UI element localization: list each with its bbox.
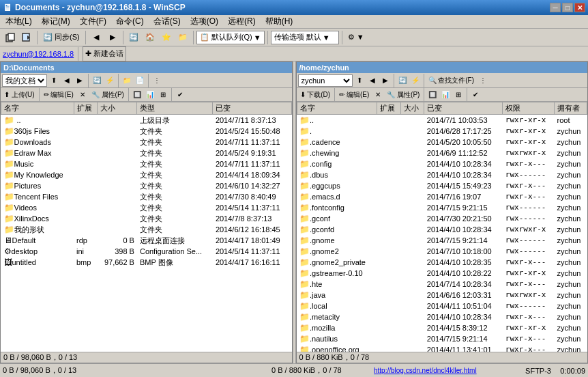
right-col-size[interactable]: 大小 [400, 102, 424, 115]
list-item[interactable]: 📁.config2014/4/10 10:28:34rwxr-x---zychu… [297, 158, 587, 169]
list-item[interactable]: 📁.gnome2014/7/15 9:21:14rwx------zychun [297, 235, 587, 246]
left-newfile-btn[interactable]: 📄 [134, 74, 146, 87]
refresh-btn[interactable]: 🔄 [126, 30, 141, 45]
right-col-perm[interactable]: 权限 [503, 102, 555, 115]
list-item[interactable]: 📁360js Files文件夹2014/5/24 15:50:48 [1, 126, 292, 137]
right-up-btn[interactable]: ⬆ [353, 74, 366, 87]
right-btn1[interactable]: 🔲 [426, 89, 439, 101]
list-item[interactable]: 📁.eggcups2014/4/15 15:49:23rwxr-x---zych… [297, 180, 587, 191]
menu-options[interactable]: 选项(O) [186, 15, 222, 28]
left-upload-btn[interactable]: ⬆ 上传(U) [2, 89, 37, 101]
nav-fwd[interactable]: ▶ [105, 30, 120, 45]
left-fwd-btn[interactable]: ▶ [74, 74, 86, 87]
right-addr-select[interactable]: zychun [298, 74, 353, 87]
list-item[interactable]: 📁.gnome22014/7/10 10:18:00rwx------zychu… [297, 246, 587, 257]
list-item[interactable]: 📁My Knowledge文件夹2014/4/14 18:09:34 [1, 169, 292, 180]
maximize-button[interactable]: □ [562, 3, 573, 12]
list-item[interactable]: 📁Edraw Max文件夹2014/5/24 9:19:31 [1, 148, 292, 158]
right-download-btn[interactable]: ⬇ 下载(D) [298, 89, 333, 101]
menu-remote[interactable]: 远程(R) [224, 15, 260, 28]
list-item[interactable]: 📁Videos文件夹2014/5/14 11:37:11 [1, 202, 292, 213]
left-props-btn[interactable]: 🔧 属性(P) [89, 89, 126, 101]
right-sync-btn[interactable]: ⚡ [409, 74, 422, 87]
menu-local[interactable]: 本地(L) [1, 15, 36, 28]
list-item[interactable]: 📁.nautilus2014/7/15 9:21:14rwxr-x---zych… [297, 333, 587, 344]
list-item[interactable]: 📁.dbus2014/4/10 10:28:34rwx------zychun [297, 169, 587, 180]
left-edit-btn[interactable]: ✏ 编辑(E) [42, 89, 76, 101]
list-item[interactable]: 📁Tencent Files文件夹2014/7/30 8:40:49 [1, 191, 292, 202]
menu-mark[interactable]: 标记(M) [38, 15, 74, 28]
menu-command[interactable]: 命令(C) [112, 15, 148, 28]
transfer-dropdown[interactable]: 传输选项 默认▼ [271, 31, 339, 44]
left-btn4[interactable]: ✔ [174, 89, 186, 101]
list-item[interactable]: 📁.openoffice.org2014/4/11 13:41:01rwxr-x… [297, 344, 587, 352]
list-item[interactable]: 📁.mozilla2014/4/15 8:39:12rwxr-xr-xzychu… [297, 322, 587, 333]
right-col-owner[interactable]: 拥有者 [555, 102, 587, 115]
close-button[interactable]: ✕ [574, 3, 585, 12]
right-refresh-btn[interactable]: 🔄 [396, 74, 409, 87]
right-btn2[interactable]: 📊 [439, 89, 452, 101]
list-item[interactable]: 📁.gconfd2014/4/10 10:28:34rwxrwxr-xzychu… [297, 224, 587, 235]
list-item[interactable]: 📁.chewing2014/6/9 11:12:52rwxrwxr-xzychu… [297, 148, 587, 158]
list-item[interactable]: 📁.fontconfig2014/7/15 9:21:15rwx------zy… [297, 202, 587, 213]
left-addr-select[interactable]: 我的文档 [2, 74, 47, 87]
list-item[interactable]: ⚙desktopini398 BConfiguration Se...2014/… [1, 246, 292, 257]
list-item[interactable]: 📁.local2014/4/11 10:51:04rwx------zychun [297, 301, 587, 311]
bookmark-btn[interactable]: ⭐ [159, 30, 174, 45]
left-btn2[interactable]: 📊 [144, 89, 156, 101]
right-file-list[interactable]: 名字 扩展 大小 已变 权限 拥有者 📁..2014/7/1 10:03:53r… [297, 102, 588, 352]
move-btn[interactable] [19, 30, 34, 45]
right-search-btn[interactable]: 🔍 查找文件(F) [426, 74, 477, 87]
left-refresh-btn[interactable]: 🔄 [91, 74, 103, 87]
menu-session[interactable]: 会话(S) [149, 15, 185, 28]
list-item[interactable]: 📁.cadence2014/5/20 10:05:50rwxr-xr-xzych… [297, 137, 587, 148]
right-delete-btn[interactable]: ✕ [372, 89, 384, 101]
settings-btn[interactable]: ⚙ ▼ [345, 30, 367, 45]
menu-help[interactable]: 帮助(H) [261, 15, 297, 28]
right-col-date[interactable]: 已变 [424, 102, 503, 115]
list-item[interactable]: 📁XilinxDocs文件夹2014/7/8 8:37:13 [1, 213, 292, 224]
right-btn4[interactable]: ✔ [469, 89, 482, 101]
list-item[interactable]: 📁..上级目录2014/7/11 8:37:13 [1, 115, 292, 126]
copy-btn[interactable] [3, 30, 18, 45]
left-col-ext[interactable]: 扩展 [74, 102, 98, 115]
left-more-btn[interactable]: ⋮ [151, 74, 163, 87]
right-col-name[interactable]: 名字 [297, 102, 377, 115]
left-sync-btn[interactable]: ⚡ [104, 74, 116, 87]
right-edit-btn[interactable]: ✏ 编辑(E) [337, 89, 371, 101]
left-delete-btn[interactable]: ✕ [76, 89, 89, 101]
right-props-btn[interactable]: 🔧 属性(P) [385, 89, 422, 101]
right-fwd-btn[interactable]: ▶ [379, 74, 392, 87]
left-col-type[interactable]: 类型 [137, 102, 213, 115]
folder-new-btn[interactable]: 📁 [175, 30, 190, 45]
left-btn3[interactable]: ⊞ [157, 89, 169, 101]
list-item[interactable]: 📁我的形状文件夹2014/6/12 16:18:45 [1, 224, 292, 235]
right-btn3[interactable]: ⊞ [452, 89, 465, 101]
list-item[interactable]: 📁Pictures文件夹2014/6/10 14:32:27 [1, 180, 292, 191]
list-item[interactable]: 📁.metacity2014/4/10 10:28:34rwxr-x---zyc… [297, 311, 587, 322]
left-col-date[interactable]: 已变 [213, 102, 291, 115]
right-col-ext[interactable]: 扩展 [377, 102, 400, 115]
list-item[interactable]: 📁.2014/6/28 17:17:25rwxr-xr-xzychun [297, 126, 587, 137]
minimize-button[interactable]: ─ [550, 3, 561, 12]
right-more-btn[interactable]: ⋮ [477, 74, 489, 87]
list-item[interactable]: 📁.emacs.d2014/7/16 19:07rwxr-x---zychun [297, 191, 587, 202]
list-item[interactable]: 📁Music文件夹2014/7/11 11:37:11 [1, 158, 292, 169]
list-item[interactable]: 📁.hte2014/7/14 10:28:34rwxr-x---zychun [297, 279, 587, 290]
left-back-btn[interactable]: ◀ [61, 74, 73, 87]
list-item[interactable]: 📁.gconf2014/7/30 20:21:50rwx------zychun [297, 213, 587, 224]
list-item[interactable]: 🖥Defaultrdp0 B远程桌面连接2014/4/17 18:01:49 [1, 235, 292, 246]
session-link[interactable]: zychun@192.168.1.8 [3, 50, 74, 58]
left-file-list[interactable]: 名字 扩展 大小 类型 已变 📁..上级目录2014/7/11 8:37:13📁… [1, 102, 292, 352]
menu-file[interactable]: 文件(F) [76, 15, 111, 28]
list-item[interactable]: 📁Downloads文件夹2014/7/11 11:37:11 [1, 137, 292, 148]
sync-btn[interactable]: 🔄 同步(S) [40, 30, 83, 45]
new-session-btn[interactable]: ✚ 新建会话 [83, 46, 126, 61]
right-back-btn[interactable]: ◀ [366, 74, 379, 87]
list-item[interactable]: 📁.java2014/6/16 12:03:31rwxrwxr-xzychun [297, 290, 587, 301]
list-item[interactable]: 📁..2014/7/1 10:03:53rwxr-xr-xroot [297, 115, 587, 126]
left-col-name[interactable]: 名字 [1, 102, 74, 115]
left-col-size[interactable]: 大小 [98, 102, 137, 115]
nav-back[interactable]: ◀ [89, 30, 104, 45]
list-item[interactable]: 📁.gnome2_private2014/4/10 10:28:35rwxr-x… [297, 257, 587, 268]
